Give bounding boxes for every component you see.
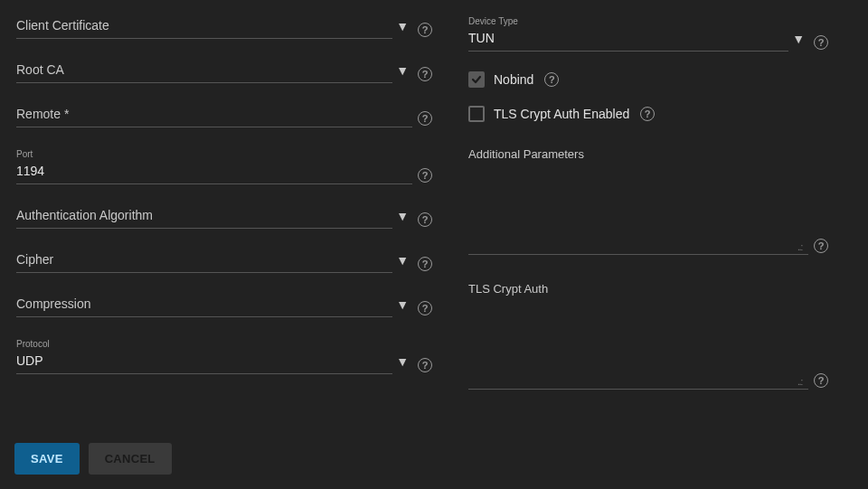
chevron-down-icon[interactable]: ▼	[392, 61, 412, 83]
auth-algorithm-label: Authentication Algorithm	[16, 206, 392, 224]
compression-field[interactable]: Compression ▼ ?	[16, 295, 432, 317]
protocol-value: UDP	[16, 352, 392, 370]
additional-parameters-field: ..: ?	[468, 168, 828, 255]
chevron-down-icon[interactable]: ▼	[392, 296, 412, 317]
additional-parameters-textarea[interactable]: ..:	[468, 168, 808, 255]
help-icon[interactable]: ?	[544, 72, 559, 87]
tls-enabled-row: TLS Crypt Auth Enabled ?	[468, 106, 828, 122]
protocol-field[interactable]: Protocol UDP ▼ ?	[16, 339, 432, 374]
additional-parameters-label: Additional Parameters	[468, 147, 828, 161]
cancel-button[interactable]: CANCEL	[89, 443, 172, 475]
help-icon[interactable]: ?	[418, 168, 432, 183]
chevron-down-icon[interactable]: ▼	[392, 17, 412, 39]
compression-label: Compression	[16, 295, 392, 313]
help-icon[interactable]: ?	[814, 239, 828, 253]
device-type-label: Device Type	[468, 16, 788, 27]
root-ca-field[interactable]: Root CA ▼ ?	[16, 61, 432, 83]
save-button[interactable]: SAVE	[14, 443, 80, 475]
help-icon[interactable]: ?	[418, 111, 432, 126]
help-icon[interactable]: ?	[418, 301, 432, 315]
help-icon[interactable]: ?	[418, 358, 432, 372]
help-icon[interactable]: ?	[418, 23, 432, 37]
device-type-value: TUN	[468, 29, 788, 47]
cipher-field[interactable]: Cipher ▼ ?	[16, 250, 432, 273]
remote-label: Remote *	[16, 105, 412, 123]
resize-handle-icon[interactable]: ..:	[797, 378, 807, 387]
check-icon	[471, 74, 482, 85]
protocol-label: Protocol	[16, 339, 392, 350]
nobind-row: Nobind ?	[468, 71, 828, 88]
footer-actions: SAVE CANCEL	[14, 443, 172, 475]
client-certificate-field[interactable]: Client Certificate ▼ ?	[16, 16, 432, 39]
port-field[interactable]: Port 1194 ?	[16, 149, 432, 184]
help-icon[interactable]: ?	[640, 107, 655, 121]
client-certificate-label: Client Certificate	[16, 16, 392, 34]
device-type-field[interactable]: Device Type TUN ▼ ?	[468, 16, 828, 52]
chevron-down-icon[interactable]: ▼	[392, 251, 412, 273]
chevron-down-icon[interactable]: ▼	[788, 30, 808, 52]
remote-field[interactable]: Remote * ?	[16, 105, 432, 127]
chevron-down-icon[interactable]: ▼	[392, 207, 412, 229]
nobind-label: Nobind	[494, 72, 533, 87]
nobind-checkbox[interactable]	[468, 71, 485, 88]
tls-crypt-auth-field: ..: ?	[468, 303, 828, 390]
cipher-label: Cipher	[16, 250, 392, 268]
port-label: Port	[16, 149, 412, 160]
root-ca-label: Root CA	[16, 61, 392, 79]
resize-handle-icon[interactable]: ..:	[797, 243, 807, 252]
tls-enabled-label: TLS Crypt Auth Enabled	[494, 107, 629, 121]
help-icon[interactable]: ?	[418, 67, 432, 81]
chevron-down-icon[interactable]: ▼	[392, 353, 412, 374]
tls-crypt-auth-label: TLS Crypt Auth	[468, 282, 828, 296]
help-icon[interactable]: ?	[418, 257, 432, 271]
auth-algorithm-field[interactable]: Authentication Algorithm ▼ ?	[16, 206, 432, 229]
help-icon[interactable]: ?	[814, 373, 828, 388]
tls-enabled-checkbox[interactable]	[468, 106, 485, 122]
help-icon[interactable]: ?	[814, 35, 828, 50]
tls-crypt-auth-textarea[interactable]: ..:	[468, 303, 808, 390]
help-icon[interactable]: ?	[418, 212, 432, 227]
port-value[interactable]: 1194	[16, 162, 412, 180]
